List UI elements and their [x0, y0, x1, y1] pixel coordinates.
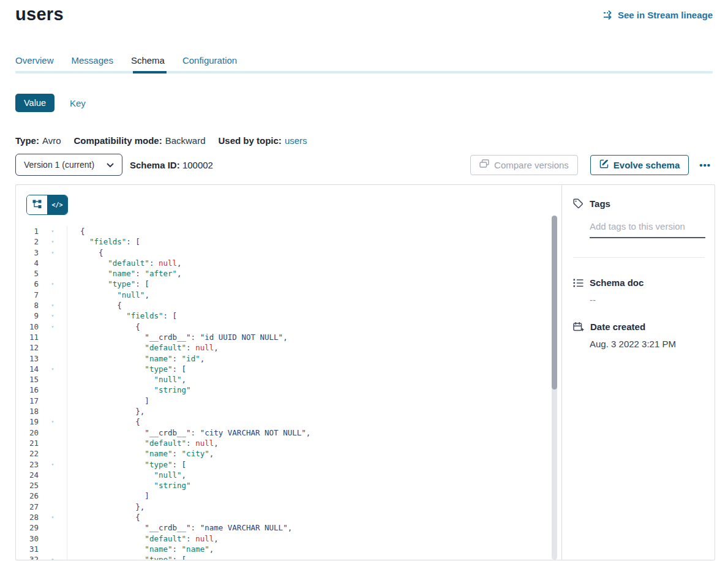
- fold-toggle-icon[interactable]: ▾: [39, 311, 67, 321]
- tab-overview[interactable]: Overview: [15, 55, 54, 66]
- fold-toggle-icon[interactable]: ▾: [39, 226, 67, 236]
- tag-icon: [573, 198, 584, 209]
- code-text: "default": null,: [67, 258, 182, 268]
- line-number: 18: [16, 406, 39, 416]
- code-line: 3▾ {: [16, 247, 561, 258]
- tab-configuration[interactable]: Configuration: [182, 55, 237, 66]
- code-line: 25 "string": [16, 480, 561, 491]
- code-text: "__crdb__": "city VARCHAR NOT NULL",: [67, 427, 310, 438]
- code-line: 17 ]: [16, 396, 561, 406]
- tab-messages[interactable]: Messages: [72, 55, 113, 66]
- code-line: 26 ]: [16, 491, 561, 501]
- code-line: 8▾ {: [16, 300, 561, 311]
- line-number: 16: [16, 385, 39, 395]
- version-select-value: Version 1 (current): [24, 160, 94, 170]
- code-text: "fields": [: [67, 236, 140, 247]
- topic-link[interactable]: users: [285, 135, 307, 146]
- schema-id-value: 100002: [182, 160, 213, 170]
- lineage-link-label: See in Stream lineage: [618, 10, 713, 20]
- code-line: 31 "name": "name",: [16, 544, 561, 554]
- line-number: 31: [16, 544, 39, 554]
- line-number: 25: [16, 480, 39, 491]
- fold-toggle-icon[interactable]: ▾: [39, 322, 67, 332]
- line-number: 3: [16, 247, 39, 258]
- code-text: "string": [67, 385, 191, 395]
- sidebar: Tags Schema doc -- Dat: [561, 185, 715, 560]
- code-line: 23▾ "type": [: [16, 459, 561, 470]
- more-options-button[interactable]: •••: [699, 160, 711, 170]
- code-lines: 1▾{2▾ "fields": [3▾ {4 "default": null,5…: [16, 215, 561, 560]
- tree-view-icon: [32, 200, 42, 211]
- fold-toggle-icon[interactable]: ▾: [39, 247, 67, 258]
- fold-toggle-icon[interactable]: ▾: [39, 416, 67, 427]
- key-toggle-button[interactable]: Key: [70, 98, 86, 108]
- line-number: 4: [16, 258, 39, 268]
- fold-spacer: [39, 438, 67, 448]
- line-number: 7: [16, 290, 39, 300]
- code-text: "default": null,: [67, 533, 219, 544]
- code-line: 16 "string": [16, 385, 561, 395]
- code-text: "fields": [: [67, 311, 177, 321]
- fold-spacer: [39, 533, 67, 544]
- line-number: 11: [16, 332, 39, 342]
- fold-spacer: [39, 342, 67, 353]
- code-text: },: [67, 406, 144, 416]
- schema-doc-heading: Schema doc: [573, 277, 705, 288]
- fold-toggle-icon[interactable]: ▾: [39, 554, 67, 560]
- code-line: 24 "null",: [16, 470, 561, 480]
- line-number: 24: [16, 470, 39, 480]
- compare-versions-icon: [479, 159, 489, 170]
- code-line: 15 "null",: [16, 374, 561, 385]
- fold-spacer: [39, 406, 67, 416]
- code-view-button[interactable]: </>: [47, 195, 67, 214]
- schema-id-label: Schema ID:: [130, 160, 180, 170]
- line-number: 2: [16, 236, 39, 247]
- tags-input[interactable]: [590, 221, 705, 238]
- version-select[interactable]: Version 1 (current): [15, 154, 122, 176]
- code-line: 30 "default": null,: [16, 533, 561, 544]
- evolve-schema-label: Evolve schema: [614, 160, 680, 170]
- line-number: 10: [16, 322, 39, 332]
- see-in-stream-lineage-link[interactable]: See in Stream lineage: [603, 10, 713, 20]
- code-text: "name": "after",: [67, 268, 182, 279]
- type-value: Avro: [42, 135, 61, 146]
- tree-view-button[interactable]: [27, 195, 47, 214]
- compatibility-label: Compatibility mode:: [73, 135, 162, 146]
- line-number: 19: [16, 416, 39, 427]
- chevron-down-icon: [107, 160, 114, 170]
- fold-toggle-icon[interactable]: ▾: [39, 364, 67, 374]
- fold-toggle-icon[interactable]: ▾: [39, 300, 67, 311]
- code-line: 13 "name": "id",: [16, 353, 561, 364]
- fold-spacer: [39, 502, 67, 512]
- fold-toggle-icon[interactable]: ▾: [39, 236, 67, 247]
- fold-spacer: [39, 268, 67, 279]
- fold-spacer: [39, 470, 67, 480]
- line-number: 29: [16, 522, 39, 533]
- code-text: "string": [67, 480, 191, 491]
- fold-toggle-icon[interactable]: ▾: [39, 459, 67, 470]
- tab-schema[interactable]: Schema: [131, 55, 165, 66]
- code-text: {: [67, 322, 140, 332]
- evolve-schema-button[interactable]: Evolve schema: [590, 155, 689, 175]
- code-text: {: [67, 300, 122, 311]
- code-text: "null",: [67, 470, 186, 480]
- code-text: "name": "name",: [67, 544, 214, 554]
- scrollbar-thumb[interactable]: [552, 216, 557, 390]
- line-number: 14: [16, 364, 39, 374]
- line-number: 32: [16, 554, 39, 560]
- line-number: 27: [16, 502, 39, 512]
- date-created-heading: Date created: [573, 322, 705, 332]
- type-label: Type:: [15, 135, 39, 146]
- code-line: 2▾ "fields": [: [16, 236, 561, 247]
- fold-toggle-icon[interactable]: ▾: [39, 512, 67, 522]
- code-text: "default": null,: [67, 438, 219, 448]
- fold-spacer: [39, 396, 67, 406]
- code-line: 9▾ "fields": [: [16, 311, 561, 321]
- fold-spacer: [39, 448, 67, 459]
- line-number: 22: [16, 448, 39, 459]
- compare-versions-button[interactable]: Compare versions: [470, 155, 578, 175]
- edit-icon: [599, 159, 609, 170]
- fold-toggle-icon[interactable]: ▾: [39, 279, 67, 289]
- value-toggle-button[interactable]: Value: [15, 94, 54, 112]
- code-text: "null",: [67, 290, 149, 300]
